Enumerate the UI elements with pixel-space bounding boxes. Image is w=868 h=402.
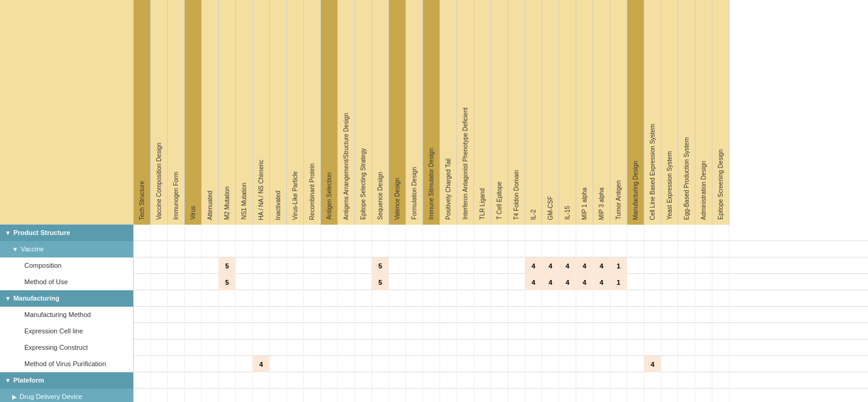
cell-method_of_use-manufacturing_design	[627, 274, 644, 290]
cell-manufacturing_method-tumor_antigen	[610, 307, 627, 323]
cell-drug_delivery-tumor_antigen	[610, 389, 627, 402]
cell-expressing_construct-yeast_expression	[661, 339, 678, 356]
row-label-text-vaccine: Vaccine	[21, 245, 44, 253]
cell-manufacturing-t4_foldon	[508, 290, 525, 307]
cell-plateform-egg_based	[678, 372, 695, 389]
cell-manufacturing-gm_csf	[542, 290, 559, 307]
cell-drug_delivery-cell_line_based	[644, 389, 661, 402]
cell-product_structure-virus	[185, 225, 202, 241]
cell-expression_cell_line-interferon_antagonist	[457, 323, 474, 339]
cell-expressing_construct-attenuated	[202, 339, 219, 356]
cell-drug_delivery-valence_design	[389, 389, 406, 402]
cell-expression_cell_line-il2	[525, 323, 542, 339]
cell-product_structure-epitope_screening	[712, 225, 729, 241]
col-header-attenuated: Attenuated	[202, 0, 219, 225]
cell-drug_delivery-epitope_selecting	[355, 389, 372, 402]
data-row-method_of_use: 55444441	[134, 274, 868, 290]
cell-plateform-vaccine_composition	[151, 372, 168, 389]
cell-method_of_use-tlr_ligand	[474, 274, 491, 290]
cell-method_virus_purification-epitope_selecting	[355, 356, 372, 372]
cell-drug_delivery-antigen_selection	[321, 389, 338, 402]
cell-expression_cell_line-yeast_expression	[661, 323, 678, 339]
cell-vaccine-m2_mutation	[219, 241, 236, 257]
cell-product_structure-m2_mutation	[219, 225, 236, 241]
expand-icon-vaccine: ▼	[12, 246, 18, 253]
cell-composition-epitope_selecting	[355, 257, 372, 274]
col-label-yeast_expression: Yeast Expression System	[666, 151, 673, 220]
row-label-plateform[interactable]: ▼Plateform	[0, 372, 134, 389]
row-label-drug_delivery[interactable]: ▶Drug Delivery Device	[0, 389, 134, 402]
cell-method_virus_purification-antigen_selection	[321, 356, 338, 372]
row-group-composition: Composition	[0, 257, 134, 274]
cell-manufacturing-recombinant_protein	[304, 290, 321, 307]
cell-expression_cell_line-inactivated	[270, 323, 287, 339]
cell-vaccine-sequence_design	[372, 241, 389, 257]
cell-expression_cell_line-vaccine_composition	[151, 323, 168, 339]
data-row-plateform	[134, 372, 868, 389]
cell-expressing_construct-epitope_screening	[712, 339, 729, 356]
cell-expression_cell_line-positively_charged	[440, 323, 457, 339]
cell-expressing_construct-tlr_ligand	[474, 339, 491, 356]
cell-composition-inactivated	[270, 257, 287, 274]
cell-product_structure-positively_charged	[440, 225, 457, 241]
cell-plateform-tlr_ligand	[474, 372, 491, 389]
cell-expressing_construct-t4_foldon	[508, 339, 525, 356]
col-header-cell_line_based: Cell Line Based Expression System	[644, 0, 661, 225]
cell-vaccine-antigens_arrangement	[338, 241, 355, 257]
cell-plateform-attenuated	[202, 372, 219, 389]
col-label-manufacturing_design: Manufacturing Design	[632, 161, 639, 220]
cell-plateform-mip3_alpha	[593, 372, 610, 389]
cell-method_of_use-cell_line_based	[644, 274, 661, 290]
col-label-ns1_mutation: NS1 Mutation	[241, 183, 247, 220]
cell-vaccine-administration_design	[695, 241, 712, 257]
cell-plateform-gm_csf	[542, 372, 559, 389]
cell-method_of_use-mip1_alpha: 4	[576, 274, 593, 290]
cell-method_virus_purification-tlr_ligand	[474, 356, 491, 372]
cell-vaccine-t4_foldon	[508, 241, 525, 257]
cell-manufacturing_method-epitope_screening	[712, 307, 729, 323]
cell-manufacturing-antigens_arrangement	[338, 290, 355, 307]
cell-composition-il15: 4	[559, 257, 576, 274]
cell-manufacturing-t_cell_epitope	[491, 290, 508, 307]
cell-method_virus_purification-virus_like_particle	[287, 356, 304, 372]
cell-product_structure-attenuated	[202, 225, 219, 241]
cell-composition-mip1_alpha: 4	[576, 257, 593, 274]
cell-manufacturing_method-virus	[185, 307, 202, 323]
cell-expressing_construct-il2	[525, 339, 542, 356]
cell-drug_delivery-attenuated	[202, 389, 219, 402]
cell-plateform-inactivated	[270, 372, 287, 389]
col-header-interferon_antagonist: Interferon Antagonist Phenotype Deficien…	[457, 0, 474, 225]
cell-manufacturing_method-gm_csf	[542, 307, 559, 323]
cell-manufacturing_method-positively_charged	[440, 307, 457, 323]
data-row-manufacturing	[134, 290, 868, 307]
col-label-virus_like_particle: Virus-Like Particle	[292, 171, 298, 220]
row-label-vaccine[interactable]: ▼Vaccine	[0, 241, 134, 257]
cell-composition-manufacturing_design	[627, 257, 644, 274]
cell-method_of_use-vaccine_composition	[151, 274, 168, 290]
col-label-gm_csf: GM-CSF	[547, 196, 554, 220]
left-panel: ▼Product Structure▼VaccineCompositionMet…	[0, 0, 134, 402]
cell-plateform-il2	[525, 372, 542, 389]
cell-expression_cell_line-tlr_ligand	[474, 323, 491, 339]
cell-product_structure-gm_csf	[542, 225, 559, 241]
row-label-expressing_construct: Expressing Construct	[0, 339, 134, 356]
col-header-vaccine_composition: Vaccine Composition Design	[151, 0, 168, 225]
cell-manufacturing_method-il2	[525, 307, 542, 323]
col-label-administration_design: Administration Design	[700, 161, 707, 220]
cell-manufacturing-ha_na	[253, 290, 270, 307]
row-label-manufacturing[interactable]: ▼Manufacturing	[0, 290, 134, 307]
cell-composition-attenuated	[202, 257, 219, 274]
cell-expressing_construct-valence_design	[389, 339, 406, 356]
cell-composition-tumor_antigen: 1	[610, 257, 627, 274]
cell-manufacturing_method-ns1_mutation	[236, 307, 253, 323]
row-label-manufacturing_method: Manufacturing Method	[0, 307, 134, 323]
cell-method_virus_purification-tumor_antigen	[610, 356, 627, 372]
col-header-egg_based: Egg-Based Production System	[678, 0, 695, 225]
cell-product_structure-virus_like_particle	[287, 225, 304, 241]
cell-method_of_use-t4_foldon	[508, 274, 525, 290]
cell-method_virus_purification-tech_structure	[134, 356, 151, 372]
col-header-t_cell_epitope: T Cell Epitope	[491, 0, 508, 225]
row-label-product_structure[interactable]: ▼Product Structure	[0, 225, 134, 241]
data-row-method_virus_purification: 44	[134, 356, 868, 372]
cell-expressing_construct-il15	[559, 339, 576, 356]
